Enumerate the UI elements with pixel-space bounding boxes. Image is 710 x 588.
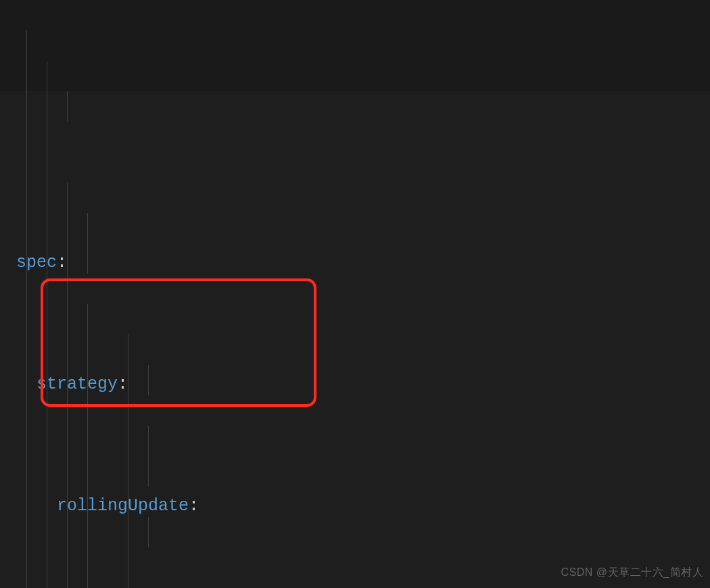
code-editor[interactable]: spec: strategy: rollingUpdate: maxUnavai… bbox=[0, 0, 710, 588]
code-line: rollingUpdate: bbox=[16, 491, 710, 521]
watermark: CSDN @天草二十六_简村人 bbox=[561, 563, 703, 583]
yaml-key: rollingUpdate bbox=[57, 496, 189, 516]
yaml-key: spec bbox=[16, 253, 57, 272]
code-line: strategy: bbox=[16, 369, 710, 399]
top-shade bbox=[0, 0, 710, 91]
code-line: spec: bbox=[16, 247, 710, 278]
yaml-key: strategy bbox=[37, 374, 118, 394]
